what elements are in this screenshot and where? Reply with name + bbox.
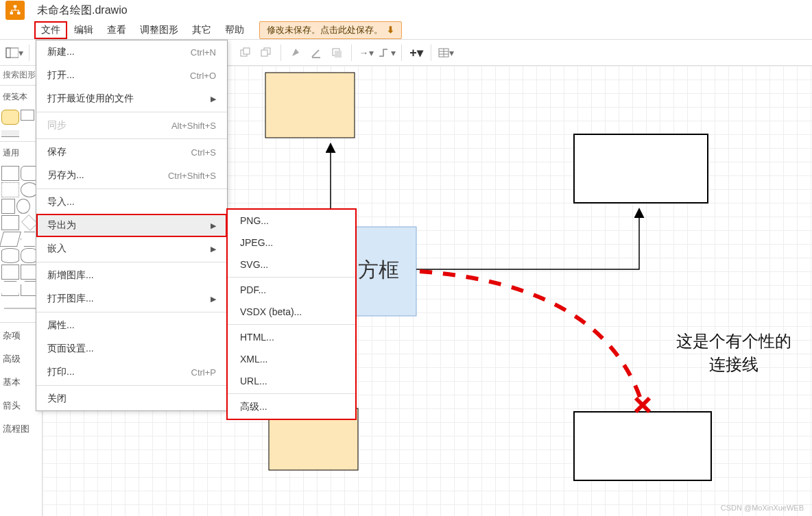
shape-label[interactable] bbox=[1, 130, 19, 137]
waypoints-icon[interactable]: ▾ bbox=[378, 44, 396, 62]
menu-new[interactable]: 新建...Ctrl+N bbox=[36, 40, 227, 64]
export-pdf[interactable]: PDF... bbox=[228, 279, 355, 301]
table-icon[interactable]: ▾ bbox=[437, 44, 455, 62]
cat-flowchart[interactable]: 流程图 bbox=[0, 417, 42, 441]
sticky-stack-icon[interactable] bbox=[1, 110, 19, 125]
svg-rect-1 bbox=[10, 12, 14, 14]
menu-properties[interactable]: 属性... bbox=[36, 314, 227, 337]
svg-rect-11 bbox=[335, 51, 342, 58]
edge-to-right-top[interactable] bbox=[416, 210, 639, 269]
menu-new-library[interactable]: 新增图库... bbox=[36, 264, 227, 287]
menu-page-setup[interactable]: 页面设置... bbox=[36, 337, 227, 360]
shape-rect[interactable] bbox=[1, 166, 19, 181]
insert-icon[interactable]: +▾ bbox=[407, 44, 425, 62]
menu-embed[interactable]: 嵌入▶ bbox=[36, 237, 227, 260]
export-png[interactable]: PNG... bbox=[228, 210, 355, 232]
shadow-icon[interactable] bbox=[328, 44, 346, 62]
to-back-icon[interactable] bbox=[257, 44, 275, 62]
x-marker-icon bbox=[636, 398, 649, 412]
shape-top-orange[interactable] bbox=[265, 73, 355, 138]
svg-rect-8 bbox=[261, 50, 267, 56]
line-color-icon[interactable] bbox=[307, 44, 325, 62]
search-shapes-input[interactable] bbox=[0, 66, 40, 84]
svg-rect-9 bbox=[312, 57, 320, 58]
shape-square[interactable] bbox=[1, 199, 15, 214]
menu-import[interactable]: 导入... bbox=[36, 191, 227, 214]
shape-right-top[interactable] bbox=[574, 134, 708, 203]
svg-rect-2 bbox=[17, 12, 21, 14]
fill-color-icon[interactable] bbox=[287, 44, 304, 62]
export-xml[interactable]: XML... bbox=[228, 348, 355, 370]
shape-cylinder[interactable] bbox=[1, 248, 19, 263]
menu-view[interactable]: 查看 bbox=[100, 21, 133, 39]
shape-document[interactable] bbox=[1, 265, 19, 280]
svg-rect-4 bbox=[6, 48, 10, 58]
file-menu-dropdown: 新建...Ctrl+N 打开...Ctrl+O 打开最近使用的文件▶ 同步Alt… bbox=[36, 40, 228, 411]
annotation-text: 这是个有个性的连接线 bbox=[676, 330, 791, 376]
connection-icon[interactable]: →▾ bbox=[357, 44, 375, 62]
menu-open-library[interactable]: 打开图库...▶ bbox=[36, 287, 227, 310]
menu-arrange[interactable]: 调整图形 bbox=[133, 21, 185, 39]
menu-print[interactable]: 打印...Ctrl+P bbox=[36, 360, 227, 384]
menu-help[interactable]: 帮助 bbox=[218, 21, 251, 39]
menu-sync: 同步Alt+Shift+S bbox=[36, 114, 227, 137]
menu-save-as[interactable]: 另存为...Ctrl+Shift+S bbox=[36, 164, 227, 187]
export-jpeg[interactable]: JPEG... bbox=[228, 232, 355, 254]
menu-export-as[interactable]: 导出为▶ bbox=[36, 214, 227, 237]
view-dropdown[interactable]: ▾ bbox=[5, 44, 23, 62]
to-front-icon[interactable] bbox=[237, 44, 254, 62]
export-submenu: PNG... JPEG... SVG... PDF... VSDX (beta)… bbox=[226, 208, 357, 420]
shape-right-bottom[interactable] bbox=[574, 412, 711, 480]
watermark: CSDN @MoXinXueWEB bbox=[721, 504, 804, 512]
menu-file[interactable]: 文件 bbox=[34, 21, 67, 39]
shape-rect-small[interactable] bbox=[21, 110, 34, 121]
menu-open-recent[interactable]: 打开最近使用的文件▶ bbox=[36, 87, 227, 110]
shape-text[interactable] bbox=[1, 182, 19, 197]
svg-rect-6 bbox=[243, 48, 250, 54]
menu-open[interactable]: 打开...Ctrl+O bbox=[36, 64, 227, 87]
shape-trapezoid[interactable] bbox=[1, 281, 19, 296]
document-title[interactable]: 未命名绘图.drawio bbox=[37, 3, 128, 18]
center-box-label: 方框 bbox=[358, 258, 399, 281]
svg-rect-0 bbox=[14, 5, 17, 8]
menu-close[interactable]: 关闭 bbox=[36, 387, 227, 410]
unsaved-notice[interactable]: 修改未保存。点击此处保存。 ⬇ bbox=[259, 21, 402, 39]
export-svg[interactable]: SVG... bbox=[228, 254, 355, 275]
app-logo[interactable] bbox=[5, 1, 25, 20]
menu-extras[interactable]: 其它 bbox=[185, 21, 218, 39]
shape-circle[interactable] bbox=[16, 199, 30, 214]
export-advanced[interactable]: 高级... bbox=[228, 395, 355, 419]
title-bar: 未命名绘图.drawio bbox=[0, 0, 812, 21]
menu-save[interactable]: 保存Ctrl+S bbox=[36, 140, 227, 164]
edge-dashed-red[interactable] bbox=[420, 271, 643, 405]
export-html[interactable]: HTML... bbox=[228, 326, 355, 348]
menu-edit[interactable]: 编辑 bbox=[67, 21, 100, 39]
unsaved-notice-text: 修改未保存。点击此处保存。 bbox=[267, 24, 383, 36]
shape-parallelogram[interactable] bbox=[0, 232, 21, 247]
shape-process[interactable] bbox=[1, 215, 19, 230]
menu-bar: 文件 编辑 查看 调整图形 其它 帮助 修改未保存。点击此处保存。 ⬇ bbox=[0, 21, 812, 40]
export-vsdx[interactable]: VSDX (beta)... bbox=[228, 301, 355, 323]
download-icon: ⬇ bbox=[387, 25, 394, 35]
svg-rect-3 bbox=[6, 48, 19, 58]
export-url[interactable]: URL... bbox=[228, 370, 355, 392]
